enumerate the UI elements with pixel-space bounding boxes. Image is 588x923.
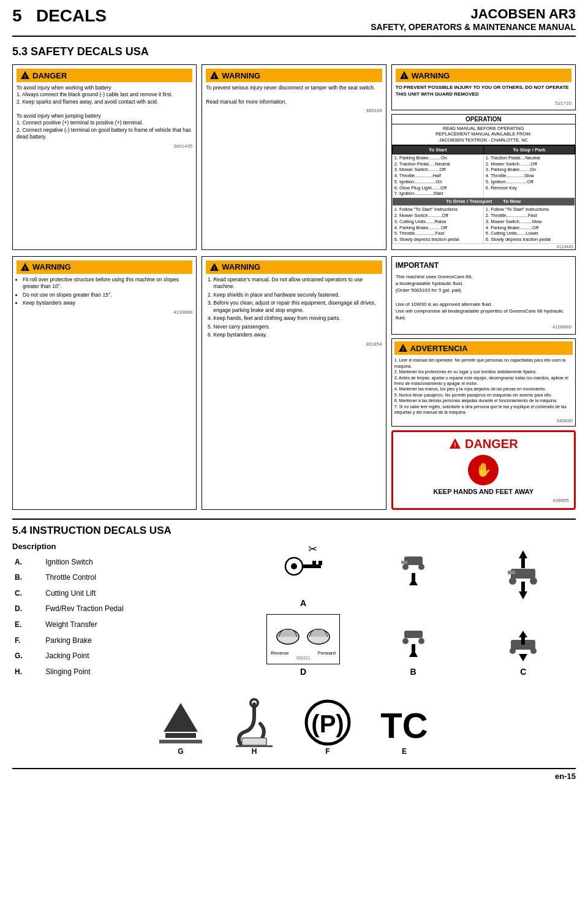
traction-pedal-svg bbox=[273, 618, 334, 649]
svg-point-38 bbox=[418, 638, 424, 644]
advertencia-body: 1. Leer el manual del operador. No permi… bbox=[394, 357, 573, 415]
diag-f: (P) F bbox=[303, 698, 352, 756]
diag-h: H bbox=[230, 698, 279, 756]
svg-rect-40 bbox=[412, 644, 415, 651]
svg-text:!: ! bbox=[24, 265, 26, 272]
op-sub: READ MANUAL BEFORE OPERATINGREPLACEMENT … bbox=[392, 124, 575, 145]
instruction-list: Description A. Ignition Switch B. Thrott… bbox=[12, 542, 251, 680]
diag-top-row: ✂ A bbox=[251, 542, 576, 608]
danger-battery-body: To avoid injury when working with batter… bbox=[17, 85, 192, 141]
list-item: G. Jacking Point bbox=[12, 648, 244, 664]
manual-title: SAFETY, OPERATORS & MAINTENANCE MANUAL bbox=[371, 22, 576, 32]
op-col-start: To Start bbox=[392, 145, 483, 154]
warning-guard-body: TO PREVENT POSSIBLE INJURY TO YOU OR OTH… bbox=[396, 85, 571, 98]
diag-d-area: Reverse Forward 392221 D bbox=[251, 614, 356, 677]
danger-battery-box: ! DANGER To avoid injury when working wi… bbox=[12, 64, 197, 250]
warning-triangle-icon: ! bbox=[209, 70, 219, 80]
diag-b-area: B bbox=[361, 628, 466, 677]
ignition-svg: ✂ bbox=[276, 542, 331, 597]
svg-point-43 bbox=[530, 648, 537, 654]
decals-top-row: ! DANGER To avoid injury when working wi… bbox=[12, 64, 576, 250]
warning-seat-body: To prevent serious injury never disconne… bbox=[206, 85, 382, 105]
diag-a: ✂ A bbox=[251, 542, 356, 608]
item-label-h: Slinging Point bbox=[43, 664, 244, 680]
traction-pedal-box: Reverse Forward 392221 bbox=[266, 614, 340, 664]
section-54-title: 5.4 INSTRUCTION DECALS USA bbox=[12, 525, 576, 537]
warning-slope-part: 4139880 bbox=[17, 310, 192, 315]
op-start-items: 1. Parking Brake..........On 2. Traction… bbox=[392, 154, 483, 197]
item-letter-a: A. bbox=[12, 555, 43, 571]
traction-part: 392221 bbox=[271, 656, 336, 660]
danger-header: ! DANGER bbox=[17, 69, 192, 82]
diag-g-label: G bbox=[178, 747, 183, 756]
svg-marker-46 bbox=[519, 631, 527, 637]
svg-rect-49 bbox=[159, 740, 202, 743]
svg-rect-36 bbox=[404, 631, 423, 638]
danger-hands-box: ! DANGER ✋ KEEP HANDS AND FEET AWAY 4386… bbox=[391, 430, 576, 510]
list-item: D. Fwd/Rev Traction Pedal bbox=[12, 601, 244, 617]
header-brand-block: JACOBSEN AR3 SAFETY, OPERATORS & MAINTEN… bbox=[371, 6, 576, 32]
warning-read-icon: ! bbox=[209, 262, 219, 272]
danger-hands-text: KEEP HANDS AND FEET AWAY bbox=[398, 488, 569, 495]
item-label-f: Parking Brake bbox=[43, 633, 244, 649]
svg-text:(P): (P) bbox=[311, 710, 344, 737]
item-label-a: Ignition Switch bbox=[43, 555, 244, 571]
warning-guard-box: ! WARNING TO PREVENT POSSIBLE INJURY TO … bbox=[391, 64, 576, 110]
svg-text:!: ! bbox=[454, 442, 456, 449]
svg-rect-31 bbox=[521, 558, 525, 568]
advertencia-header: ! ADVERTENCIA bbox=[394, 341, 573, 355]
warning-guard-icon: ! bbox=[399, 70, 409, 80]
throttle-arrows-svg bbox=[392, 547, 435, 602]
page-footer: en-15 bbox=[12, 768, 576, 781]
operation-table: To Start To Stop / Park 1. Parking Brake… bbox=[392, 145, 575, 244]
svg-rect-16 bbox=[303, 564, 321, 568]
cutting-unit-svg bbox=[502, 547, 545, 602]
op-transport-items: 1. Follow "To Start" instructions 2. Mow… bbox=[392, 206, 483, 244]
svg-marker-30 bbox=[519, 550, 527, 558]
list-item: H. Slinging Point bbox=[12, 664, 244, 680]
item-letter-g: G. bbox=[12, 648, 43, 664]
danger-hands-icon: ! bbox=[449, 438, 461, 450]
svg-point-28 bbox=[530, 577, 537, 585]
forward-label: Forward bbox=[318, 650, 336, 656]
item-label-e: Weight Transfer bbox=[43, 617, 244, 633]
decals-mid-row: ! WARNING Fit roll over protective struc… bbox=[12, 256, 576, 510]
danger-triangle-icon: ! bbox=[20, 70, 30, 80]
operation-box: OPERATION READ MANUAL BEFORE OPERATINGRE… bbox=[391, 114, 576, 250]
adv-part: 340830 bbox=[394, 418, 573, 424]
svg-marker-44 bbox=[519, 654, 527, 661]
warning-seat-box: ! WARNING To prevent serious injury neve… bbox=[202, 64, 386, 250]
svg-marker-47 bbox=[164, 703, 198, 732]
item-label-b: Throttle Control bbox=[43, 570, 244, 586]
bottom-diagrams: G H (P) F bbox=[12, 692, 576, 762]
advertencia-box: ! ADVERTENCIA 1. Leer el manual del oper… bbox=[391, 338, 576, 426]
item-letter-b: B. bbox=[12, 570, 43, 586]
diag-c-svg bbox=[502, 628, 545, 664]
svg-rect-48 bbox=[165, 733, 196, 738]
svg-rect-25 bbox=[412, 573, 415, 580]
warning-slope-header: ! WARNING bbox=[17, 260, 192, 274]
page-header: 5 DECALS JACOBSEN AR3 SAFETY, OPERATORS … bbox=[12, 6, 576, 37]
svg-point-22 bbox=[418, 564, 424, 570]
list-item: E. Weight Transfer bbox=[12, 617, 244, 633]
svg-point-42 bbox=[510, 648, 516, 654]
list-item: F. Parking Brake bbox=[12, 633, 244, 649]
warning-read-box: ! WARNING Read operator's manual. Do not… bbox=[202, 256, 386, 510]
diag-c-label: C bbox=[520, 667, 526, 677]
hand-symbol: ✋ bbox=[475, 462, 492, 478]
svg-rect-18 bbox=[318, 561, 322, 565]
adv-icon: ! bbox=[398, 343, 408, 353]
svg-point-27 bbox=[509, 577, 516, 585]
important-part: 4108880 bbox=[396, 324, 571, 330]
svg-point-21 bbox=[402, 564, 409, 570]
reverse-label: Reverse bbox=[271, 650, 289, 656]
important-box: IMPORTANT This machine uses GreensCare 6… bbox=[391, 256, 576, 335]
page-section-number: 5 DECALS bbox=[12, 6, 107, 26]
item-letter-e: E. bbox=[12, 617, 43, 633]
item-label-g: Jacking Point bbox=[43, 648, 244, 664]
list-item: C. Cutting Unit Lift bbox=[12, 586, 244, 602]
svg-text:TC: TC bbox=[380, 705, 428, 745]
warning-guard-part: 521720 bbox=[396, 101, 571, 106]
diag-g: G bbox=[156, 698, 205, 756]
diag-h-label: H bbox=[252, 747, 257, 756]
